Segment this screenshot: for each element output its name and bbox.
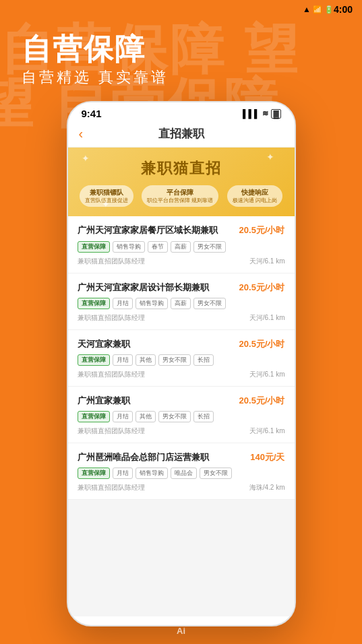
phone-content: ✦ ✦ ✦ 兼职猫直招 兼职猫镖队 直营队伍直接促进 平台保障 职位平台自营保障…	[68, 148, 295, 616]
phone-battery-icon: ▓	[271, 109, 280, 119]
job-tag: 销售导购	[135, 468, 168, 479]
job-tag: 月结	[113, 411, 133, 422]
job-company: 兼职猫直招团队陈经理	[78, 483, 145, 492]
job-tag: 销售导购	[135, 298, 168, 309]
phone-status-bar: 9:41 ▌▌▌ ≋ ▓	[68, 102, 295, 122]
banner-pill-3: 快捷响应 极速沟通 闪电上岗	[227, 185, 282, 207]
job-tag: 男女不限	[158, 411, 191, 422]
job-tags: 直营保障销售导购春节高薪男女不限	[78, 241, 285, 253]
phone-status-icons: ▌▌▌ ≋ ▓	[243, 109, 281, 119]
phone-nav-title: 直招兼职	[158, 126, 204, 141]
job-company: 兼职猫直招团队陈经理	[78, 426, 145, 436]
job-location: 天河/6.1 km	[249, 257, 285, 266]
banner-pill-1-title: 兼职猫镖队	[90, 188, 123, 197]
banner-pill-2-desc: 职位平台自营保障 规则靠谱	[147, 197, 213, 204]
job-tag: 男女不限	[200, 468, 232, 479]
job-tag: 高薪	[171, 241, 191, 253]
job-title: 广州宜家兼职	[78, 395, 234, 407]
job-tag: 男女不限	[158, 354, 191, 366]
job-tag: 男女不限	[193, 241, 226, 253]
star-icon-2: ✦	[266, 152, 274, 162]
job-card[interactable]: 广州天河宜家家居餐厅区域长期兼职 20.5元/小时 直营保障销售导购春节高薪男女…	[68, 216, 295, 273]
hero-subtitle: 自营精选 真实靠谱	[22, 67, 169, 88]
job-tag: 直营保障	[78, 241, 110, 253]
job-tag: 春节	[148, 241, 168, 253]
job-tag: 直营保障	[78, 411, 110, 422]
job-salary: 20.5元/小时	[239, 338, 285, 350]
job-salary: 20.5元/小时	[239, 224, 285, 236]
job-company: 兼职猫直招团队陈经理	[78, 370, 145, 379]
job-tag: 唯品会	[171, 468, 197, 479]
wifi-icon: ▲	[303, 5, 311, 14]
signal-icon: 📶	[313, 5, 322, 14]
jobs-list: 广州天河宜家家居餐厅区域长期兼职 20.5元/小时 直营保障销售导购春节高薪男女…	[68, 216, 295, 500]
job-salary: 20.5元/小时	[239, 282, 285, 294]
banner: ✦ ✦ ✦ 兼职猫直招 兼职猫镖队 直营队伍直接促进 平台保障 职位平台自营保障…	[68, 148, 295, 216]
job-location: 天河/6.1 km	[249, 426, 285, 436]
job-title: 广州天河宜家家居餐厅区域长期兼职	[78, 224, 234, 236]
job-tag: 直营保障	[78, 468, 110, 479]
star-icon-1: ✦	[82, 153, 90, 164]
job-tag: 男女不限	[193, 298, 226, 309]
job-tags: 直营保障月结其他男女不限长招	[78, 354, 285, 366]
job-title: 广州天河宜家家居设计部长期兼职	[78, 282, 234, 294]
phone-time: 9:41	[82, 108, 102, 119]
job-tag: 月结	[113, 468, 133, 479]
job-tags: 直营保障月结销售导购唯品会男女不限	[78, 468, 285, 479]
job-tag: 月结	[113, 354, 133, 366]
job-salary: 140元/天	[250, 451, 284, 463]
job-location: 天河/6.1 km	[249, 370, 285, 379]
job-tag: 高薪	[171, 298, 191, 309]
hero-title: 自营保障	[22, 30, 146, 69]
job-card[interactable]: 天河宜家兼职 20.5元/小时 直营保障月结其他男女不限长招 兼职猫直招团队陈经…	[68, 330, 295, 387]
banner-pill-2-title: 平台保障	[167, 188, 193, 197]
job-tag: 直营保障	[78, 298, 110, 309]
job-company: 兼职猫直招团队陈经理	[78, 257, 145, 266]
job-tag: 直营保障	[78, 354, 110, 366]
banner-pill-3-desc: 极速沟通 闪电上岗	[233, 197, 277, 204]
job-location: 天河/6.1 km	[249, 313, 285, 323]
ai-label: Ai	[177, 626, 185, 636]
job-card[interactable]: 广州天河宜家家居设计部长期兼职 20.5元/小时 直营保障月结销售导购高薪男女不…	[68, 273, 295, 330]
phone-navbar: ‹ 直招兼职	[68, 122, 295, 148]
job-tags: 直营保障月结销售导购高薪男女不限	[78, 298, 285, 309]
job-tag: 长招	[193, 354, 214, 366]
job-tag: 月结	[113, 298, 133, 309]
job-title: 广州琶洲唯品会总部门店运营兼职	[78, 451, 245, 463]
phone-back-button[interactable]: ‹	[79, 126, 84, 141]
status-time: 4:00	[334, 4, 353, 15]
job-tag: 长招	[193, 411, 214, 422]
battery-icon: 🔋	[324, 5, 334, 14]
banner-pill-3-title: 快捷响应	[241, 188, 268, 197]
job-card[interactable]: 广州琶洲唯品会总部门店运营兼职 140元/天 直营保障月结销售导购唯品会男女不限…	[68, 443, 295, 500]
job-salary: 20.5元/小时	[239, 395, 285, 407]
job-tag: 销售导购	[113, 241, 145, 253]
phone-wifi-icon: ≋	[262, 109, 268, 118]
phone-signal-icon: ▌▌▌	[243, 109, 260, 119]
job-tags: 直营保障月结其他男女不限长招	[78, 411, 285, 422]
star-icon-3: ✦	[102, 199, 110, 210]
banner-pill-2: 平台保障 职位平台自营保障 规则靠谱	[142, 185, 218, 207]
job-title: 天河宜家兼职	[78, 338, 234, 350]
job-card[interactable]: 广州宜家兼职 20.5元/小时 直营保障月结其他男女不限长招 兼职猫直招团队陈经…	[68, 387, 295, 443]
job-company: 兼职猫直招团队陈经理	[78, 313, 145, 323]
job-tag: 其他	[135, 411, 156, 422]
status-bar: ▲ 📶 🔋 4:00	[0, 0, 362, 19]
job-location: 海珠/4.2 km	[249, 483, 285, 492]
phone-mockup: 9:41 ▌▌▌ ≋ ▓ ‹ 直招兼职 ✦ ✦ ✦ 兼职猫直招 兼职猫镖队 直营…	[67, 101, 296, 626]
job-tag: 其他	[135, 354, 156, 366]
banner-title: 兼职猫直招	[78, 158, 285, 179]
